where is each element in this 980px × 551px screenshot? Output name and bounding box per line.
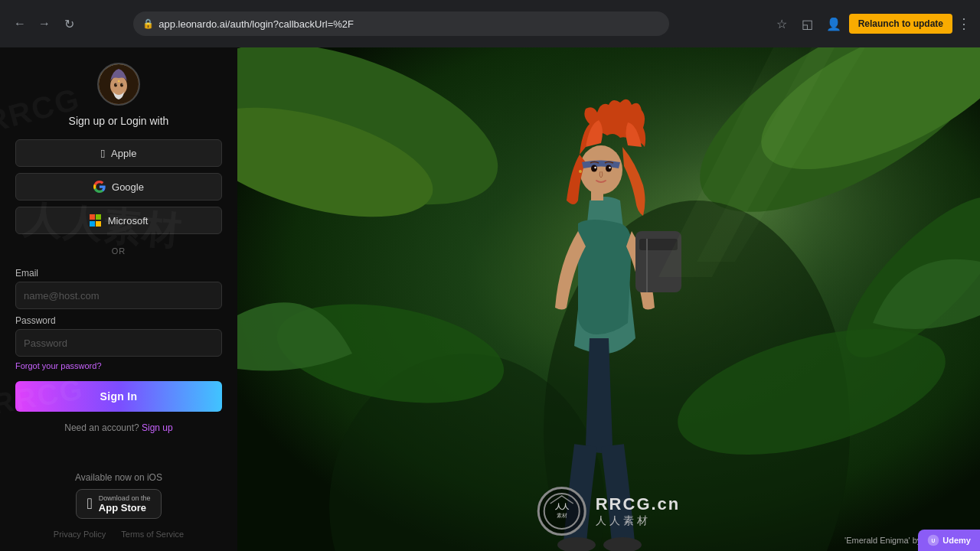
rrcg-logo: 人人 素材 RRCG.cn 人人素材 (537, 487, 681, 536)
extension-button[interactable]: ◱ (797, 13, 818, 34)
rrcg-main-text: RRCG.cn (596, 494, 681, 514)
or-divider: OR (112, 246, 126, 256)
need-account-text: Need an account? Sign up (64, 422, 172, 433)
forward-button[interactable]: → (34, 13, 55, 34)
apple-signin-button[interactable]:  Apple (15, 139, 222, 167)
watermark-1: RRCG (0, 81, 83, 139)
rrcg-circle: 人人 素材 (537, 487, 586, 536)
forgot-password-link[interactable]: Forgot your password? (15, 361, 102, 370)
hero-figure (237, 47, 980, 551)
app-store-label: App Store (99, 502, 151, 514)
google-label: Google (112, 181, 144, 193)
hero-panel: RRCG.cn 人人素材 RRCG.cn 人人素材 RRCG 人人素材 RRCG… (237, 47, 980, 551)
svg-point-24 (609, 167, 610, 168)
password-input[interactable] (15, 329, 222, 357)
svg-text:素材: 素材 (557, 513, 567, 518)
email-field-group: Email (15, 262, 222, 309)
udemy-label: Udemy (942, 536, 971, 545)
logo-avatar: ✦ (97, 63, 140, 106)
browser-actions: ☆ ◱ 👤 Relaunch to update ⋮ (771, 13, 971, 34)
footer-links: Privacy Policy Terms of Service (54, 530, 184, 539)
signin-title: Sign up or Login with (69, 115, 169, 127)
microsoft-label: Microsoft (108, 215, 149, 227)
app-store-badge[interactable]:  Download on the App Store (76, 489, 162, 519)
apple-logo-icon:  (87, 495, 93, 513)
email-label: Email (15, 268, 222, 279)
apple-icon:  (101, 147, 105, 160)
privacy-policy-link[interactable]: Privacy Policy (54, 530, 106, 539)
password-label: Password (15, 315, 222, 326)
svg-point-22 (606, 165, 612, 172)
svg-point-3 (120, 83, 123, 87)
signup-link[interactable]: Sign up (142, 422, 173, 433)
microsoft-signin-button[interactable]: Microsoft (15, 207, 222, 234)
email-input[interactable] (15, 282, 222, 309)
svg-point-25 (579, 170, 582, 173)
bookmark-button[interactable]: ☆ (771, 13, 792, 34)
svg-text:人人: 人人 (554, 503, 570, 510)
download-small-text: Download on the (99, 494, 151, 502)
password-field-group: Password (15, 309, 222, 357)
nav-buttons: ← → ↻ (9, 13, 80, 34)
svg-point-20 (580, 145, 622, 194)
browser-chrome: ← → ↻ 🔒 app.leonardo.ai/auth/login?callb… (0, 0, 980, 47)
signin-button[interactable]: Sign In (15, 381, 222, 412)
reload-button[interactable]: ↻ (58, 13, 80, 34)
microsoft-icon (90, 214, 102, 227)
login-panel: RRCG 人人素材 RRCG ✦ Sign u (0, 47, 237, 551)
google-icon (93, 181, 106, 193)
profile-button[interactable]: 👤 (823, 13, 844, 34)
hero-background: RRCG.cn 人人素材 RRCG.cn 人人素材 RRCG 人人素材 RRCG… (237, 47, 980, 551)
google-signin-button[interactable]: Google (15, 173, 222, 201)
svg-point-5 (122, 83, 122, 84)
svg-point-4 (116, 83, 116, 84)
udemy-badge[interactable]: U Udemy (918, 530, 980, 551)
svg-text:U: U (932, 538, 936, 543)
svg-rect-17 (639, 239, 678, 250)
ios-section: Available now on iOS  Download on the A… (75, 460, 162, 519)
main-area: RRCG 人人素材 RRCG ✦ Sign u (0, 47, 980, 551)
lock-icon: 🔒 (142, 18, 154, 29)
udemy-icon: U (927, 534, 939, 546)
back-button[interactable]: ← (9, 13, 31, 34)
ios-label: Available now on iOS (75, 472, 162, 483)
rrcg-sub-text: 人人素材 (596, 514, 681, 528)
address-bar[interactable]: 🔒 app.leonardo.ai/auth/login?callbackUrl… (133, 11, 669, 36)
svg-point-30 (544, 494, 580, 529)
apple-label: Apple (111, 148, 136, 159)
svg-point-2 (114, 83, 117, 87)
relaunch-button[interactable]: Relaunch to update (849, 14, 952, 34)
svg-point-21 (591, 165, 597, 172)
url-text: app.leonardo.ai/auth/login?callbackUrl=%… (158, 18, 354, 30)
menu-button[interactable]: ⋮ (957, 15, 971, 32)
terms-of-service-link[interactable]: Terms of Service (121, 530, 184, 539)
svg-point-23 (594, 167, 596, 168)
